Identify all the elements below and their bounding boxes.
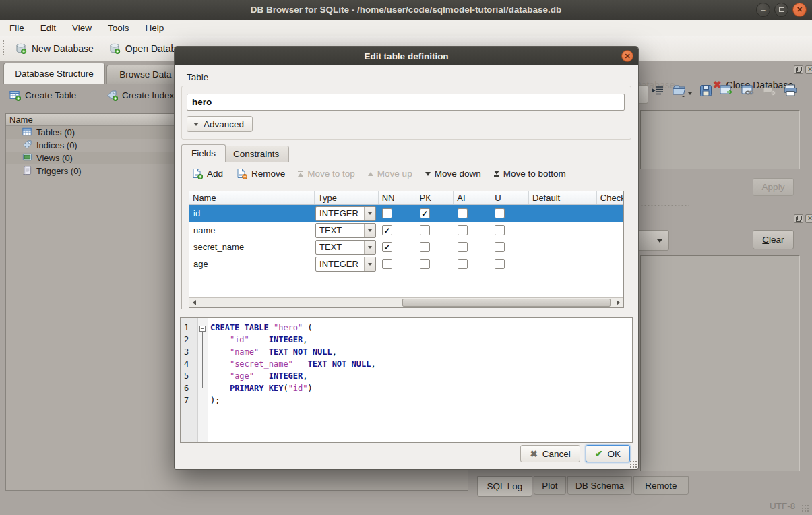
u-checkbox[interactable] bbox=[495, 225, 505, 235]
column-header-nn[interactable]: NN bbox=[379, 191, 416, 204]
nn-checkbox[interactable] bbox=[382, 208, 392, 218]
text-edit-icon[interactable] bbox=[651, 84, 664, 96]
scroll-right-icon[interactable] bbox=[613, 298, 623, 307]
fields-grid[interactable]: NameTypeNNPKAIUDefaultCheck idINTEGER✓na… bbox=[189, 191, 624, 308]
column-header-default[interactable]: Default bbox=[529, 191, 597, 204]
advanced-button[interactable]: Advanced bbox=[187, 116, 253, 132]
u-checkbox[interactable] bbox=[495, 208, 505, 218]
sql-log-area[interactable] bbox=[640, 255, 800, 471]
column-header-u[interactable]: U bbox=[491, 191, 529, 204]
default-cell[interactable] bbox=[529, 222, 597, 239]
column-header-ai[interactable]: AI bbox=[454, 191, 491, 204]
type-combo[interactable]: INTEGER bbox=[315, 206, 376, 221]
check-cell[interactable] bbox=[597, 255, 623, 272]
menu-tools[interactable]: Tools bbox=[100, 22, 137, 34]
dock-tab-db-schema[interactable]: DB Schema bbox=[567, 476, 632, 495]
save-icon[interactable] bbox=[699, 84, 712, 97]
dialog-close-icon[interactable]: ✕ bbox=[621, 50, 633, 62]
default-cell[interactable] bbox=[529, 205, 597, 222]
clear-button[interactable]: Clear bbox=[753, 230, 794, 249]
column-header-name[interactable]: Name bbox=[189, 191, 315, 204]
move-to-bottom-button[interactable]: Move to bottom bbox=[494, 169, 566, 179]
create-index-button[interactable]: Create Index bbox=[106, 90, 174, 101]
ai-checkbox[interactable] bbox=[458, 242, 468, 252]
dock-separator-grip[interactable] bbox=[640, 204, 689, 207]
pk-checkbox[interactable] bbox=[420, 259, 430, 269]
nn-checkbox[interactable]: ✓ bbox=[382, 225, 392, 235]
dock-tab-remote[interactable]: Remote bbox=[633, 476, 689, 495]
field-name-cell[interactable]: name bbox=[189, 222, 315, 239]
u-checkbox[interactable] bbox=[495, 242, 505, 252]
fields-grid-hscrollbar[interactable] bbox=[189, 297, 623, 307]
field-name-cell[interactable]: age bbox=[189, 255, 315, 272]
chevron-down-icon[interactable] bbox=[364, 241, 375, 254]
toolbar-grip[interactable] bbox=[2, 40, 5, 57]
check-cell[interactable] bbox=[597, 205, 623, 222]
tab-constraints[interactable]: Constraints bbox=[223, 146, 289, 162]
link-icon[interactable] bbox=[741, 84, 755, 97]
column-header-check[interactable]: Check bbox=[597, 191, 623, 204]
nn-checkbox[interactable] bbox=[382, 259, 392, 269]
sql-preview[interactable]: 1234567 − CREATE TABLE "hero" ( "id" INT… bbox=[180, 317, 633, 443]
scroll-left-icon[interactable] bbox=[189, 298, 199, 307]
check-cell[interactable] bbox=[597, 239, 623, 255]
sql-fold-margin[interactable]: − bbox=[198, 318, 208, 442]
scrollbar-thumb[interactable] bbox=[402, 299, 611, 307]
type-combo[interactable]: TEXT bbox=[315, 240, 376, 255]
default-cell[interactable] bbox=[529, 255, 597, 272]
dock-float-icon[interactable] bbox=[794, 65, 803, 74]
move-down-button[interactable]: Move down bbox=[425, 169, 481, 179]
check-cell[interactable] bbox=[597, 222, 623, 239]
close-icon[interactable]: ✕ bbox=[792, 3, 807, 17]
cancel-button[interactable]: ✖ Cancel bbox=[520, 445, 580, 462]
menu-help[interactable]: Help bbox=[137, 22, 173, 34]
minimize-icon[interactable]: – bbox=[756, 3, 770, 17]
window-resize-grip[interactable] bbox=[801, 504, 810, 513]
window-titlebar[interactable]: DB Browser for SQLite - /home/user/code/… bbox=[0, 0, 812, 20]
field-row-name[interactable]: nameTEXT✓ bbox=[189, 222, 623, 239]
dialog-resize-grip[interactable] bbox=[629, 460, 637, 468]
tab-browse-data[interactable]: Browse Data bbox=[106, 65, 185, 84]
field-name-cell[interactable]: id bbox=[189, 205, 315, 222]
pk-checkbox[interactable]: ✓ bbox=[420, 208, 430, 218]
column-header-pk[interactable]: PK bbox=[416, 191, 454, 204]
open-icon[interactable] bbox=[672, 84, 692, 97]
chevron-down-icon[interactable] bbox=[364, 258, 375, 271]
u-checkbox[interactable] bbox=[495, 259, 505, 269]
set-null-icon[interactable] bbox=[763, 85, 776, 96]
dialog-titlebar[interactable]: Edit table definition ✕ bbox=[175, 47, 638, 65]
default-cell[interactable] bbox=[529, 239, 597, 255]
ai-checkbox[interactable] bbox=[458, 208, 468, 218]
field-row-age[interactable]: ageINTEGER bbox=[189, 255, 623, 272]
ai-checkbox[interactable] bbox=[458, 225, 468, 235]
fold-collapse-icon[interactable]: − bbox=[199, 326, 206, 332]
type-combo[interactable]: TEXT bbox=[315, 223, 376, 238]
menu-file[interactable]: File bbox=[1, 22, 32, 34]
dock-close-icon[interactable]: ✕ bbox=[805, 65, 812, 74]
add-button[interactable]: Add bbox=[191, 168, 223, 179]
dock-float-icon[interactable] bbox=[794, 214, 803, 223]
chevron-down-icon[interactable] bbox=[364, 224, 375, 237]
ai-checkbox[interactable] bbox=[458, 259, 468, 269]
new-database-button[interactable]: New Database bbox=[9, 38, 99, 59]
menu-view[interactable]: View bbox=[64, 22, 100, 34]
nn-checkbox[interactable]: ✓ bbox=[382, 242, 392, 252]
pk-checkbox[interactable] bbox=[420, 242, 430, 252]
tab-fields[interactable]: Fields bbox=[181, 144, 226, 162]
cell-editor-area[interactable] bbox=[640, 110, 800, 169]
dock-tab-sql-log[interactable]: SQL Log bbox=[477, 476, 532, 497]
pk-checkbox[interactable] bbox=[420, 225, 430, 235]
type-combo[interactable]: INTEGER bbox=[315, 257, 376, 272]
menu-edit[interactable]: Edit bbox=[32, 22, 64, 34]
column-header-type[interactable]: Type bbox=[315, 191, 379, 204]
chevron-down-icon[interactable] bbox=[364, 207, 375, 220]
remove-button[interactable]: Remove bbox=[236, 168, 285, 179]
field-name-cell[interactable]: secret_name bbox=[189, 239, 315, 255]
table-name-input[interactable] bbox=[187, 94, 625, 111]
ok-button[interactable]: ✔ OK bbox=[586, 445, 630, 462]
field-row-id[interactable]: idINTEGER✓ bbox=[189, 205, 623, 222]
create-table-button[interactable]: Create Table bbox=[9, 90, 76, 101]
maximize-icon[interactable] bbox=[774, 3, 788, 17]
tab-database-structure[interactable]: Database Structure bbox=[3, 63, 105, 84]
export-icon[interactable] bbox=[720, 84, 734, 97]
